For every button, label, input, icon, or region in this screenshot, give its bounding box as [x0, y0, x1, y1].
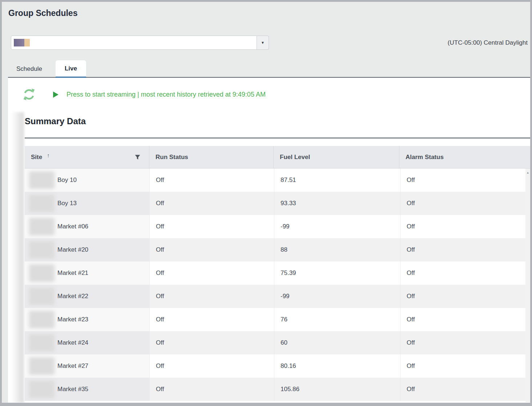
column-label: Fuel Level — [280, 154, 310, 161]
heading-rule — [25, 138, 530, 138]
app-window: Group Schedules ▼ (UTC-05:00) Central Da… — [0, 0, 532, 406]
site-name: Market #35 — [57, 386, 88, 393]
redacted-site-prefix — [29, 218, 55, 235]
site-name: Market #24 — [57, 339, 88, 346]
tab-live[interactable]: Live — [56, 60, 86, 78]
table-row[interactable]: Market #20 Off 88 Off — [25, 238, 525, 261]
alarm-status-value: Off — [400, 169, 525, 192]
site-cell: Market #20 — [25, 238, 150, 261]
summary-table: Site ↑ Run Status Fuel Level — [25, 146, 530, 402]
stream-status-text: Press to start streaming | most recent h… — [66, 91, 266, 98]
redacted-site-prefix — [29, 311, 55, 328]
scroll-up-arrow-icon[interactable]: ▲ — [525, 171, 530, 174]
timezone-label: (UTC-05:00) Central Daylight — [448, 36, 528, 50]
column-label: Site — [31, 154, 42, 161]
table-row[interactable]: Boy 13 Off 93.33 Off — [25, 192, 525, 215]
redaction-block — [14, 39, 24, 46]
tab-schedule[interactable]: Schedule — [9, 61, 49, 77]
summary-data-heading: Summary Data — [25, 116, 86, 126]
column-header-alarm-status[interactable]: Alarm Status — [399, 146, 524, 168]
column-label: Alarm Status — [406, 154, 444, 161]
column-header-site[interactable]: Site ↑ — [25, 146, 149, 168]
table-row[interactable]: Market #22 Off -99 Off — [25, 285, 525, 308]
table-row[interactable]: Market #35 Off 105.86 Off — [25, 378, 525, 401]
run-status-value: Off — [150, 308, 274, 331]
site-cell: Market #22 — [25, 285, 150, 308]
site-cell: Boy 10 — [25, 169, 150, 192]
site-cell: Market #24 — [25, 331, 150, 354]
alarm-status-value: Off — [400, 331, 525, 354]
site-cell: Market #06 — [25, 215, 150, 238]
redacted-site-prefix — [29, 171, 55, 189]
run-status-value: Off — [150, 331, 274, 354]
site-name: Boy 10 — [57, 176, 77, 184]
fuel-level-value: -99 — [274, 215, 400, 238]
alarm-status-value: Off — [400, 238, 525, 261]
site-cell: Market #35 — [25, 378, 150, 401]
fuel-level-value: 80.16 — [274, 354, 400, 378]
site-name: Boy 13 — [57, 200, 77, 207]
redaction-smudge — [11, 112, 24, 403]
alarm-status-value: Off — [400, 261, 525, 285]
stream-controls: Press to start streaming | most recent h… — [22, 84, 266, 105]
site-name: Market #06 — [57, 223, 88, 230]
filter-funnel-icon[interactable] — [135, 155, 140, 160]
alarm-status-value: Off — [400, 354, 525, 378]
run-status-value: Off — [150, 285, 274, 308]
fuel-level-value: 105.86 — [274, 378, 400, 401]
live-tab-panel: Press to start streaming | most recent h… — [8, 78, 530, 403]
fuel-level-value: 93.33 — [274, 192, 400, 215]
table-row[interactable]: Market #06 Off -99 Off — [25, 215, 525, 238]
alarm-status-value: Off — [400, 285, 525, 308]
redacted-selected-value — [14, 39, 30, 46]
play-button[interactable] — [53, 91, 59, 98]
redacted-site-prefix — [29, 357, 55, 375]
table-body: Boy 10 Off 87.51 Off Boy 13 Off 93.33 Of… — [25, 169, 530, 402]
fuel-level-value: 60 — [274, 331, 400, 354]
run-status-value: Off — [150, 238, 274, 261]
table-row[interactable]: Boy 10 Off 87.51 Off — [25, 169, 525, 192]
site-cell: Market #27 — [25, 354, 150, 378]
run-status-value: Off — [150, 378, 274, 401]
header-scrollbar-spacer — [524, 146, 530, 168]
redacted-site-prefix — [29, 195, 55, 212]
site-name: Market #22 — [57, 293, 88, 300]
fuel-level-value: 88 — [274, 238, 400, 261]
page-title: Group Schedules — [8, 8, 77, 18]
redacted-site-prefix — [29, 241, 55, 259]
run-status-value: Off — [150, 215, 274, 238]
column-header-run-status[interactable]: Run Status — [149, 146, 274, 168]
table-header: Site ↑ Run Status Fuel Level — [25, 146, 530, 169]
fuel-level-value: 76 — [274, 308, 400, 331]
fuel-level-value: 87.51 — [274, 169, 400, 192]
vertical-scrollbar[interactable]: ▲ — [525, 169, 530, 402]
table-row[interactable]: Market #27 Off 80.16 Off — [25, 354, 525, 378]
alarm-status-value: Off — [400, 378, 525, 401]
site-name: Market #23 — [57, 316, 88, 323]
run-status-value: Off — [150, 261, 274, 285]
alarm-status-value: Off — [400, 192, 525, 215]
site-cell: Boy 13 — [25, 192, 150, 215]
run-status-value: Off — [150, 169, 274, 192]
chevron-down-icon[interactable]: ▼ — [257, 36, 269, 50]
site-cell: Market #21 — [25, 261, 150, 285]
run-status-value: Off — [150, 354, 274, 378]
alarm-status-value: Off — [400, 215, 525, 238]
table-row[interactable]: Market #21 Off 75.39 Off — [25, 261, 525, 285]
redacted-site-prefix — [29, 288, 55, 305]
redaction-block — [24, 39, 30, 46]
table-rows-container: Boy 10 Off 87.51 Off Boy 13 Off 93.33 Of… — [25, 169, 525, 401]
fuel-level-value: 75.39 — [274, 261, 400, 285]
redacted-site-prefix — [29, 334, 55, 352]
table-row[interactable]: Market #23 Off 76 Off — [25, 308, 525, 331]
tab-bar-divider — [8, 77, 530, 78]
site-name: Market #21 — [57, 269, 88, 277]
table-row[interactable]: Market #24 Off 60 Off — [25, 331, 525, 354]
site-name: Market #27 — [57, 362, 88, 370]
refresh-icon[interactable] — [22, 87, 36, 102]
sort-ascending-icon: ↑ — [47, 152, 50, 158]
site-cell: Market #23 — [25, 308, 150, 331]
column-label: Run Status — [156, 154, 188, 161]
group-select-dropdown[interactable]: ▼ — [11, 36, 269, 50]
column-header-fuel-level[interactable]: Fuel Level — [274, 146, 399, 168]
